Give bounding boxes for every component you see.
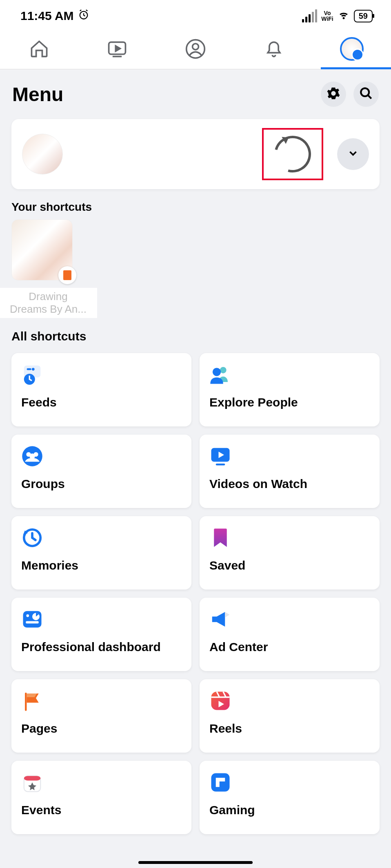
chevron-down-icon — [347, 147, 359, 161]
tile-label: Events — [21, 803, 182, 817]
tile-label: Groups — [21, 477, 182, 491]
tile-events[interactable]: Events — [11, 761, 191, 834]
tile-label: Memories — [21, 559, 182, 572]
nav-tabs — [0, 29, 391, 69]
profile-card[interactable] — [11, 119, 380, 189]
svg-rect-6 — [27, 368, 31, 370]
search-icon — [359, 86, 373, 102]
nav-profile[interactable] — [156, 29, 235, 69]
shortcut-grid: Feeds Explore People Groups Videos on Wa… — [0, 349, 391, 850]
status-right: Vo WiFi 59 — [302, 9, 373, 23]
svg-point-4 — [361, 88, 369, 96]
tile-groups[interactable]: Groups — [11, 435, 191, 508]
tile-feeds[interactable]: Feeds — [11, 353, 191, 426]
svg-point-9 — [220, 367, 227, 373]
home-indicator — [138, 861, 253, 864]
vo-text: Vo — [321, 10, 333, 16]
tile-label: Ad Center — [209, 640, 370, 654]
reels-icon — [209, 690, 231, 712]
profile-icon — [185, 38, 206, 60]
expand-profiles-button[interactable] — [337, 138, 369, 170]
highlighted-sync-box — [262, 128, 323, 180]
tile-gaming[interactable]: Gaming — [200, 761, 380, 834]
home-icon — [29, 38, 50, 60]
tile-label: Videos on Watch — [209, 477, 370, 491]
page-body: Menu Your shortcuts — [0, 69, 391, 868]
tile-label: Professional dashboard — [21, 640, 182, 654]
tile-saved[interactable]: Saved — [200, 516, 380, 590]
bell-icon — [263, 38, 284, 60]
your-shortcuts-label: Your shortcuts — [0, 189, 391, 219]
svg-rect-22 — [25, 693, 27, 711]
all-shortcuts-label: All shortcuts — [0, 318, 391, 349]
clock-text: 11:45 AM — [20, 9, 74, 23]
svg-rect-21 — [26, 621, 39, 624]
avatar-tab-icon — [340, 37, 364, 61]
status-time: 11:45 AM — [20, 9, 89, 23]
tile-label: Saved — [209, 559, 370, 572]
nav-home[interactable] — [0, 29, 78, 69]
nav-watch[interactable] — [78, 29, 157, 69]
watch-icon — [107, 38, 128, 60]
svg-point-20 — [26, 614, 29, 617]
wifi-text: WiFi — [321, 16, 333, 22]
gear-icon — [327, 86, 340, 102]
tile-memories[interactable]: Memories — [11, 516, 191, 590]
svg-rect-23 — [211, 692, 230, 710]
shortcut-label: Drawing Dreams By An... — [0, 288, 97, 318]
tile-explore-people[interactable]: Explore People — [200, 353, 380, 426]
search-button[interactable] — [353, 82, 379, 107]
shortcut-thumbnail — [11, 219, 73, 280]
tile-reels[interactable]: Reels — [200, 679, 380, 753]
pages-icon — [21, 690, 43, 712]
tile-pages[interactable]: Pages — [11, 679, 191, 753]
explore-people-icon — [209, 364, 231, 386]
svg-point-7 — [32, 368, 35, 371]
tile-videos-watch[interactable]: Videos on Watch — [200, 435, 380, 508]
wifi-icon — [338, 9, 350, 23]
tile-label: Gaming — [209, 803, 370, 817]
shortcut-label-line2: Dreams By An... — [2, 303, 94, 316]
shortcut-item[interactable]: Drawing Dreams By An... — [11, 219, 77, 318]
alarm-icon — [78, 9, 89, 23]
gaming-icon — [209, 771, 231, 793]
svg-rect-25 — [24, 776, 41, 780]
memories-icon — [21, 527, 43, 549]
tile-professional-dashboard[interactable]: Professional dashboard — [11, 598, 191, 671]
status-bar: 11:45 AM Vo WiFi 59 — [0, 0, 391, 29]
menu-actions — [321, 82, 379, 107]
page-title: Menu — [12, 83, 63, 106]
battery-icon: 59 — [354, 10, 373, 22]
videos-icon — [209, 445, 231, 467]
dashboard-icon — [21, 608, 43, 630]
saved-icon — [209, 527, 231, 549]
tile-ad-center[interactable]: Ad Center — [200, 598, 380, 671]
svg-point-3 — [193, 44, 199, 50]
signal-icon — [302, 9, 317, 22]
nav-notifications[interactable] — [235, 29, 313, 69]
tile-label: Reels — [209, 722, 370, 735]
page-badge-icon — [58, 266, 76, 284]
tile-label: Feeds — [21, 395, 182, 409]
events-icon — [21, 771, 43, 793]
settings-button[interactable] — [321, 82, 346, 107]
svg-point-10 — [213, 368, 221, 376]
svg-rect-26 — [211, 773, 230, 792]
ad-center-icon — [209, 608, 231, 630]
svg-rect-16 — [216, 464, 225, 466]
shortcut-label-line1: Drawing — [2, 290, 94, 303]
menu-header: Menu — [0, 69, 391, 119]
tile-label: Pages — [21, 722, 182, 735]
tile-label: Explore People — [209, 395, 370, 409]
svg-rect-18 — [23, 611, 42, 628]
nav-menu[interactable] — [313, 29, 391, 69]
feeds-icon — [21, 364, 43, 386]
volte-icon: Vo WiFi — [321, 10, 333, 22]
battery-text: 59 — [359, 11, 368, 20]
groups-icon — [21, 445, 43, 467]
sync-icon[interactable] — [268, 129, 318, 179]
profile-avatar — [22, 134, 63, 174]
